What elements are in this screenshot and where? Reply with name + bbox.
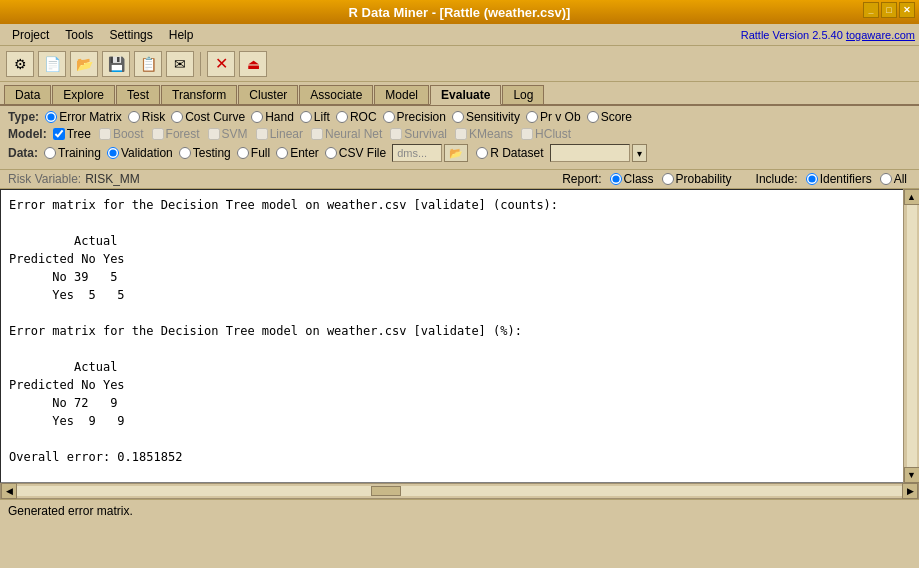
tab-cluster[interactable]: Cluster (238, 85, 298, 104)
tabbar: Data Explore Test Transform Cluster Asso… (0, 82, 919, 106)
model-hclust[interactable]: HClust (521, 127, 571, 141)
r-dataset-input[interactable] (550, 144, 630, 162)
rattle-version: Rattle Version 2.5.40 togaware.com (741, 29, 915, 41)
tab-transform[interactable]: Transform (161, 85, 237, 104)
report-label: Report: (562, 172, 601, 186)
settings-button[interactable]: ⚙ (6, 51, 34, 77)
scroll-right-button[interactable]: ▶ (902, 483, 918, 499)
type-sensitivity[interactable]: Sensitivity (452, 110, 520, 124)
menu-help[interactable]: Help (161, 26, 202, 44)
quit-button[interactable]: ⏏ (239, 51, 267, 77)
togaware-link[interactable]: togaware.com (846, 29, 915, 41)
type-roc[interactable]: ROC (336, 110, 377, 124)
type-lift[interactable]: Lift (300, 110, 330, 124)
tab-evaluate[interactable]: Evaluate (430, 85, 501, 105)
hscroll-thumb[interactable] (371, 486, 401, 496)
print-button[interactable]: 📋 (134, 51, 162, 77)
save-button[interactable]: 💾 (102, 51, 130, 77)
hscroll-track[interactable] (17, 486, 902, 496)
model-forest[interactable]: Forest (152, 127, 200, 141)
minimize-button[interactable]: _ (863, 2, 879, 18)
menu-settings[interactable]: Settings (101, 26, 160, 44)
vertical-scrollbar[interactable]: ▲ ▼ (903, 189, 919, 483)
data-training[interactable]: Training (44, 146, 101, 160)
tab-model[interactable]: Model (374, 85, 429, 104)
model-linear[interactable]: Linear (256, 127, 303, 141)
data-label: Data: (8, 146, 38, 160)
report-probability[interactable]: Probability (662, 172, 732, 186)
model-survival[interactable]: Survival (390, 127, 447, 141)
tab-associate[interactable]: Associate (299, 85, 373, 104)
output-wrapper: Error matrix for the Decision Tree model… (0, 189, 919, 483)
close-button[interactable]: ✕ (899, 2, 915, 18)
type-error-matrix[interactable]: Error Matrix (45, 110, 122, 124)
menu-project[interactable]: Project (4, 26, 57, 44)
controls-area: Type: Error Matrix Risk Cost Curve Hand … (0, 106, 919, 170)
title-text: R Data Miner - [Rattle (weather.csv)] (349, 5, 571, 20)
window-controls[interactable]: _ □ ✕ (863, 2, 915, 18)
open-button[interactable]: 📂 (70, 51, 98, 77)
status-text: Generated error matrix. (8, 504, 133, 518)
data-validation[interactable]: Validation (107, 146, 173, 160)
risk-variable-value: RISK_MM (85, 172, 140, 186)
risk-report-row: Risk Variable: RISK_MM Report: Class Pro… (0, 170, 919, 189)
menubar: Project Tools Settings Help Rattle Versi… (0, 24, 919, 46)
export-button[interactable]: ✉ (166, 51, 194, 77)
report-class[interactable]: Class (610, 172, 654, 186)
risk-variable-label: Risk Variable: (8, 172, 81, 186)
output-area[interactable]: Error matrix for the Decision Tree model… (0, 189, 919, 483)
type-row: Type: Error Matrix Risk Cost Curve Hand … (8, 110, 911, 124)
type-risk[interactable]: Risk (128, 110, 165, 124)
new-button[interactable]: 📄 (38, 51, 66, 77)
scroll-down-button[interactable]: ▼ (904, 467, 920, 483)
scroll-up-button[interactable]: ▲ (904, 189, 920, 205)
titlebar: R Data Miner - [Rattle (weather.csv)] _ … (0, 0, 919, 24)
data-r-dataset[interactable]: R Dataset (476, 146, 543, 160)
tab-data[interactable]: Data (4, 85, 51, 104)
tab-explore[interactable]: Explore (52, 85, 115, 104)
report-section: Report: Class Probability (562, 172, 735, 186)
type-precision[interactable]: Precision (383, 110, 446, 124)
tab-test[interactable]: Test (116, 85, 160, 104)
type-prv-ob[interactable]: Pr v Ob (526, 110, 581, 124)
type-hand[interactable]: Hand (251, 110, 294, 124)
include-all[interactable]: All (880, 172, 907, 186)
main-content: Error matrix for the Decision Tree model… (0, 189, 919, 499)
data-row: Data: Training Validation Testing Full E… (8, 144, 911, 162)
include-identifiers[interactable]: Identifiers (806, 172, 872, 186)
menu-tools[interactable]: Tools (57, 26, 101, 44)
toolbar-separator (200, 52, 201, 76)
data-testing[interactable]: Testing (179, 146, 231, 160)
model-kmeans[interactable]: KMeans (455, 127, 513, 141)
include-label: Include: (756, 172, 798, 186)
horizontal-scrollbar[interactable]: ◀ ▶ (0, 483, 919, 499)
model-neural-net[interactable]: Neural Net (311, 127, 382, 141)
model-boost[interactable]: Boost (99, 127, 144, 141)
scroll-track[interactable] (907, 205, 917, 467)
type-cost-curve[interactable]: Cost Curve (171, 110, 245, 124)
model-label: Model: (8, 127, 47, 141)
type-label: Type: (8, 110, 39, 124)
data-full[interactable]: Full (237, 146, 270, 160)
include-section: Include: Identifiers All (756, 172, 911, 186)
csv-browse-button[interactable]: 📂 (444, 144, 468, 162)
scroll-left-button[interactable]: ◀ (1, 483, 17, 499)
csv-path-input[interactable] (392, 144, 442, 162)
stop-button[interactable]: ✕ (207, 51, 235, 77)
maximize-button[interactable]: □ (881, 2, 897, 18)
statusbar: Generated error matrix. (0, 499, 919, 521)
model-tree[interactable]: Tree (53, 127, 91, 141)
data-csv[interactable]: CSV File (325, 146, 386, 160)
tab-log[interactable]: Log (502, 85, 544, 104)
type-score[interactable]: Score (587, 110, 632, 124)
data-enter[interactable]: Enter (276, 146, 319, 160)
toolbar: ⚙ 📄 📂 💾 📋 ✉ ✕ ⏏ (0, 46, 919, 82)
model-svm[interactable]: SVM (208, 127, 248, 141)
r-dataset-button[interactable]: ▾ (632, 144, 647, 162)
model-row: Model: Tree Boost Forest SVM Linear Neur… (8, 127, 911, 141)
